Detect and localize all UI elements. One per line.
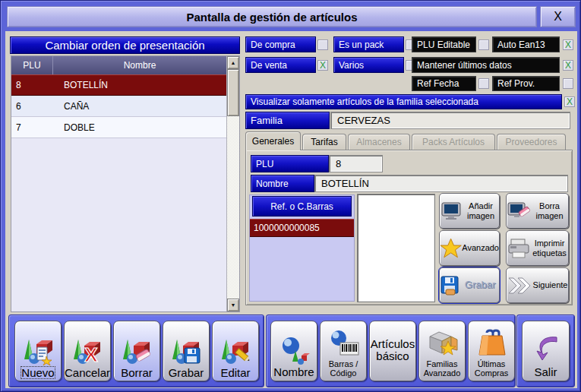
cell-plu: 6	[11, 96, 53, 116]
familias-avanzado-button[interactable]: Familias Avanzado	[418, 321, 466, 381]
nuevo-label: Nuevo	[21, 367, 54, 378]
scroll-down-button[interactable]: ▼	[227, 299, 239, 311]
title-bar: Pantalla de gestión de artículos	[7, 6, 537, 27]
flag-label: PLU Editable	[417, 40, 470, 50]
buscar-barras-button[interactable]: Barras / Código	[320, 321, 367, 381]
close-button[interactable]: X	[540, 6, 576, 27]
save-button[interactable]: Grabar	[439, 267, 500, 303]
editar-button[interactable]: Editar	[212, 321, 259, 381]
familia-label-text: Familia	[251, 115, 283, 126]
salir-label: Salir	[534, 366, 557, 378]
flag-mantener-ultimos-datos[interactable]: Mantener últimos datos	[412, 57, 560, 73]
scrollbar-thumb[interactable]	[227, 69, 239, 116]
flag-label: De venta	[251, 60, 287, 71]
tab-proveedores: Proveedores	[497, 134, 566, 150]
cell-plu: 7	[11, 117, 53, 138]
checkbox-de-compra[interactable]	[317, 40, 328, 50]
articulos-basico-button[interactable]: Artículos básico	[369, 321, 416, 381]
check-x-icon: X	[565, 40, 571, 49]
next-button[interactable]: Siguiente	[506, 267, 569, 303]
flag-plu-editable[interactable]: PLU Editable	[412, 36, 476, 52]
table-row[interactable]: 8 BOTELLÍN	[11, 74, 226, 96]
barcode-row[interactable]: 1000000000085	[250, 219, 354, 237]
editar-label: Editar	[220, 367, 250, 378]
articulos-basico-label: Artículos básico	[371, 338, 415, 362]
table-header: PLU Nombre	[11, 56, 226, 74]
cancelar-button[interactable]: X Cancelar	[64, 321, 111, 381]
vertical-scrollbar[interactable]: ▲ ▼	[226, 56, 239, 311]
tab-packs-articulos: Packs Artículos	[412, 134, 495, 150]
checkbox-visualizar-familia[interactable]: X	[564, 96, 575, 107]
erase-icon	[120, 338, 153, 365]
svg-text:X: X	[84, 343, 98, 365]
flag-auto-ean13[interactable]: Auto Ean13	[492, 36, 560, 52]
scrollbar-track[interactable]	[227, 69, 239, 299]
grabar-button[interactable]: Grabar	[163, 321, 210, 381]
table-row[interactable]: 7 DOBLE	[11, 117, 226, 138]
nombre-label: Nombre	[251, 175, 314, 192]
salir-button[interactable]: Salir	[522, 321, 570, 381]
tab-almacenes: Almacenes	[348, 134, 410, 150]
grabar-label: Grabar	[169, 367, 204, 378]
barcode-value: 1000000000085	[254, 223, 320, 233]
flag-label: Es un pack	[339, 40, 384, 50]
buscar-nombre-label: Nombre	[273, 366, 314, 378]
flag-de-compra[interactable]: De compra	[245, 36, 316, 52]
nombre-field[interactable]: BOTELLÍN	[314, 175, 568, 192]
tab-tarifas[interactable]: Tarifas	[302, 134, 346, 150]
checkbox-de-venta[interactable]: X	[317, 60, 328, 71]
table-empty-area	[11, 138, 226, 311]
flag-ref-prov[interactable]: Ref Prov.	[492, 76, 560, 91]
plu-label-text: PLU	[256, 159, 273, 169]
new-article-icon	[21, 338, 55, 365]
cancelar-label: Cancelar	[65, 367, 110, 378]
familias-avanzado-label: Familias Avanzado	[424, 359, 461, 378]
nombre-label-text: Nombre	[256, 179, 289, 189]
flag-de-venta[interactable]: De venta	[245, 57, 316, 73]
tab-label: Packs Artículos	[422, 137, 485, 147]
edit-pencil-icon	[219, 338, 252, 365]
plu-field[interactable]: 8	[329, 155, 383, 172]
flag-visualizar-familia[interactable]: Visualizar solamente artículos de la fam…	[245, 94, 562, 109]
flag-label: Visualizar solamente artículos de la fam…	[251, 96, 478, 107]
cell-nombre: BOTELLÍN	[53, 75, 226, 95]
advanced-button[interactable]: Avanzado	[439, 230, 500, 266]
checkbox-auto-ean13[interactable]: X	[563, 40, 573, 50]
checkbox-ref-prov[interactable]	[563, 78, 573, 89]
change-order-button[interactable]: Cambiar orden de presentación	[10, 36, 240, 54]
ultimas-compras-label: Últimas Compras	[475, 359, 509, 378]
add-image-button[interactable]: Añadir imagen	[439, 193, 500, 229]
flag-label: Ref Prov.	[497, 78, 535, 89]
borrar-button[interactable]: Borrar	[113, 321, 160, 381]
checkbox-plu-editable[interactable]	[478, 40, 489, 50]
print-labels-label: Imprimir etiquetas	[531, 239, 568, 258]
flag-label: Ref Fecha	[417, 78, 459, 89]
shopping-bag-icon	[476, 329, 507, 358]
cell-nombre: CAÑA	[53, 96, 226, 116]
tab-generales[interactable]: Generales	[245, 131, 301, 150]
checkbox-ref-fecha[interactable]	[478, 78, 489, 89]
familia-field[interactable]: CERVEZAS	[330, 112, 570, 129]
check-x-icon: X	[567, 97, 573, 106]
flag-label: Auto Ean13	[497, 40, 545, 50]
print-labels-button[interactable]: Imprimir etiquetas	[506, 230, 569, 266]
cell-nombre: DOBLE	[53, 117, 226, 138]
tab-label: Almacenes	[356, 137, 401, 147]
flag-ref-fecha[interactable]: Ref Fecha	[412, 76, 476, 91]
nuevo-button[interactable]: Nuevo	[14, 321, 62, 381]
buscar-nombre-button[interactable]: Nombre	[270, 321, 317, 381]
barcode-search-icon	[327, 329, 360, 358]
delete-image-button[interactable]: Borra imagen	[506, 193, 569, 229]
close-icon: X	[554, 10, 562, 24]
tab-label: Proveedores	[505, 137, 557, 147]
tab-label: Generales	[252, 136, 294, 147]
checkbox-mantener-ultimos-datos[interactable]: X	[563, 60, 573, 71]
flag-varios[interactable]: Varios	[333, 57, 404, 73]
barcode-header: Ref. o C.Barras	[252, 196, 352, 217]
flag-es-un-pack[interactable]: Es un pack	[333, 36, 404, 52]
scroll-up-icon: ▲	[231, 60, 236, 65]
scroll-up-button[interactable]: ▲	[227, 56, 239, 69]
ultimas-compras-button[interactable]: Últimas Compras	[468, 321, 515, 381]
monitor-eraser-icon	[507, 201, 531, 221]
table-row[interactable]: 6 CAÑA	[11, 96, 226, 117]
